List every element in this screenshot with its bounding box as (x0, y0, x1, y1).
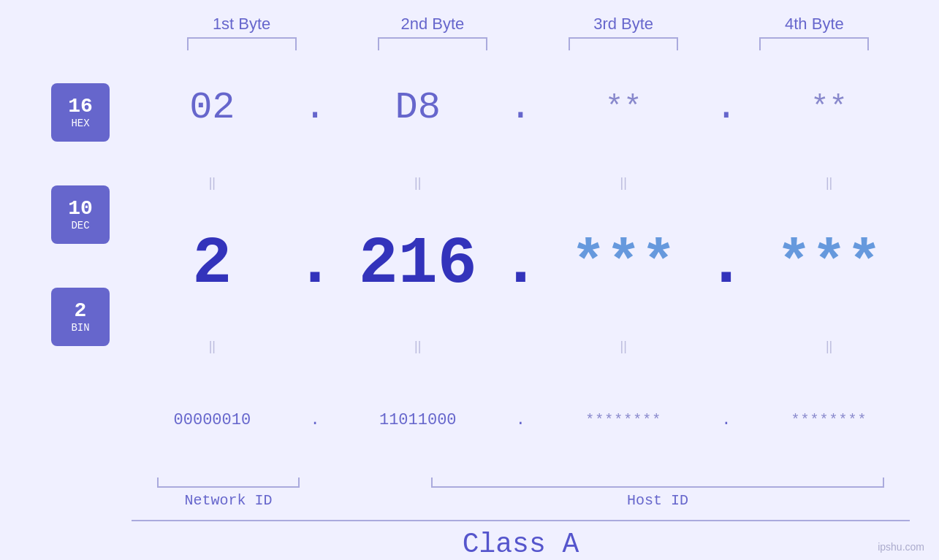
bin-masked-4: ******** (791, 412, 867, 429)
main-container: 1st Byte 2nd Byte 3rd Byte 4th Byte 16 H… (0, 0, 939, 560)
badge-bin-label: BIN (71, 322, 89, 334)
eq-1: || (139, 174, 285, 191)
dec-cell-4: *** (756, 231, 902, 297)
hex-cell-4: ** (756, 91, 902, 126)
eq2-3: || (550, 337, 696, 354)
byte-header-2: 2nd Byte (360, 15, 506, 34)
badge-hex: 16 HEX (51, 83, 110, 142)
bracket-4 (741, 37, 887, 50)
bin-dot-3: . (712, 411, 741, 429)
hex-row: 02 . D8 . ** . ** (132, 72, 910, 145)
dec-cell-3: *** (550, 231, 696, 297)
dec-dot-1: . (300, 227, 330, 302)
dec-cell-2: 216 (345, 227, 491, 302)
bin-row: 00000010 . 11011000 . ******** . (132, 384, 910, 457)
network-bracket-line (157, 477, 300, 488)
host-id-label: Host ID (627, 492, 688, 509)
bin-dot-1: . (300, 411, 330, 429)
hex-masked-4: ** (810, 91, 847, 126)
class-label: Class A (132, 529, 910, 560)
host-bracket-line (431, 477, 884, 488)
dec-value-2: 216 (359, 227, 477, 302)
bottom-brackets-container: Network ID Host ID (29, 477, 910, 509)
hex-value-1: 02 (189, 86, 235, 129)
bin-cell-1: 00000010 (139, 411, 285, 429)
dec-row: 2 . 216 . *** . *** (132, 220, 910, 308)
hex-dot-1: . (300, 86, 330, 129)
badge-hex-label: HEX (71, 118, 89, 129)
bottom-bracket-layout: Network ID Host ID (132, 477, 910, 509)
network-id-label: Network ID (184, 492, 272, 509)
badge-hex-number: 16 (68, 96, 93, 118)
byte-headers: 1st Byte 2nd Byte 3rd Byte 4th Byte (29, 15, 910, 34)
badge-dec-label: DEC (71, 220, 89, 231)
equals-row-1: || || || || (132, 172, 910, 193)
hex-cell-2: D8 (345, 86, 491, 129)
footer-line (132, 520, 910, 521)
byte-header-1: 1st Byte (169, 15, 315, 34)
dec-masked-4: *** (777, 231, 882, 297)
hex-dot-3: . (712, 86, 741, 129)
top-brackets (29, 37, 910, 50)
class-footer: Class A (29, 520, 910, 560)
bracket-inner-4 (759, 37, 869, 50)
equals-row-2: || || || || (132, 335, 910, 357)
bin-cell-2: 11011000 (345, 411, 491, 429)
bin-dot-2: . (506, 411, 535, 429)
host-id-bracket-group: Host ID (431, 477, 884, 509)
watermark: ipshu.com (878, 541, 924, 553)
bracket-inner-3 (569, 37, 678, 50)
eq-2: || (345, 174, 491, 191)
eq2-4: || (756, 337, 902, 354)
dec-cell-1: 2 (139, 227, 285, 302)
dec-masked-3: *** (571, 231, 676, 297)
bin-value-1: 00000010 (174, 411, 251, 429)
hex-dot-2: . (506, 86, 535, 129)
bin-masked-3: ******** (585, 412, 661, 429)
eq-4: || (756, 174, 902, 191)
eq2-1: || (139, 337, 285, 354)
badge-dec-number: 10 (68, 198, 93, 220)
badges-column: 16 HEX 10 DEC 2 BIN (29, 54, 132, 477)
badge-dec: 10 DEC (51, 185, 110, 244)
byte-header-3: 3rd Byte (550, 15, 696, 34)
hex-value-2: D8 (395, 86, 441, 129)
hex-masked-3: ** (605, 91, 642, 126)
byte-header-4: 4th Byte (741, 15, 887, 34)
badge-bin-number: 2 (75, 300, 87, 323)
dec-dot-2: . (506, 227, 535, 302)
eq-3: || (550, 174, 696, 191)
hex-cell-3: ** (550, 91, 696, 126)
bin-value-2: 11011000 (379, 411, 457, 429)
hex-cell-1: 02 (139, 86, 285, 129)
dec-value-1: 2 (192, 227, 232, 302)
badge-bin: 2 BIN (51, 288, 110, 346)
bracket-3 (550, 37, 696, 50)
bracket-inner-2 (378, 37, 487, 50)
bin-cell-4: ******** (756, 412, 902, 429)
bracket-2 (360, 37, 506, 50)
eq2-2: || (345, 337, 491, 354)
bracket-1 (169, 37, 315, 50)
bracket-inner-1 (187, 37, 297, 50)
bin-cell-3: ******** (550, 412, 696, 429)
network-id-bracket-group: Network ID (157, 477, 300, 509)
dec-dot-3: . (712, 227, 741, 302)
